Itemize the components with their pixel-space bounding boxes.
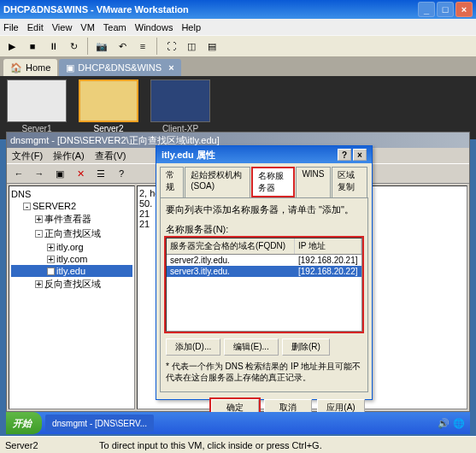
help-icon[interactable]: ? [113,165,130,182]
close-button[interactable]: × [353,149,367,161]
dns-tree: DNS -SERVER2 +事件查看器 -正向查找区域 +itly.org +i… [9,185,135,409]
cell-fqdn: server3.itly.edu. [167,266,295,277]
properties-dialog: itly.edu 属性 ? × 常规 起始授权机构(SOA) 名称服务器 WIN… [156,145,373,400]
name-server-table: 服务器完全合格的域名(FQDN) IP 地址 server2.itly.edu.… [166,238,362,332]
tab-wins[interactable]: WINS [296,167,330,197]
dialog-title: itly.edu 属性 [162,149,336,162]
cell-ip: [192.168.20.21] [295,255,361,266]
tree-server[interactable]: -SERVER2 [11,200,132,212]
dialog-panel: 要向列表中添加名称服务器，请单击 "添加"。 名称服务器(N): 服务器完全合格… [160,197,368,392]
menu-file[interactable]: File [3,22,19,32]
power-off-icon[interactable]: ■ [24,38,41,55]
thumbnail-preview [7,79,67,122]
tab-soa[interactable]: 起始授权机构(SOA) [185,167,250,197]
status-text: To direct input to this VM, click inside… [99,440,322,450]
tree-zone-itly-com[interactable]: +itly.com [11,253,132,265]
suspend-icon[interactable]: ⏸ [44,38,62,55]
close-button[interactable]: × [455,2,473,17]
manage-icon[interactable]: ≡ [134,38,151,55]
tab-name-servers[interactable]: 名称服务器 [251,167,296,197]
expand-icon[interactable]: + [47,244,55,251]
tab-home[interactable]: 🏠 Home [3,59,57,76]
table-header: 服务器完全合格的域名(FQDN) IP 地址 [167,238,361,255]
tab-dhcpdnswins[interactable]: ▣ DHCP&DNS&WINS × [59,59,180,76]
unity-icon[interactable]: ◫ [183,38,200,55]
collapse-icon[interactable]: - [35,230,43,238]
home-icon: 🏠 [10,62,22,74]
reset-icon[interactable]: ↻ [65,38,82,55]
maximize-button[interactable]: □ [437,2,454,17]
start-button[interactable]: 开始 [6,412,42,434]
sidebar-icon[interactable]: ▤ [203,38,220,55]
vmware-menubar: File Edit View VM Team Windows Help [0,19,476,35]
menu-view[interactable]: View [52,22,73,32]
tray-icon[interactable]: 🔊 [438,418,450,429]
tree-fwdzone[interactable]: -正向查找区域 [11,226,132,241]
menu-vm[interactable]: VM [80,22,95,32]
col-fqdn[interactable]: 服务器完全合格的域名(FQDN) [167,238,295,254]
table-row[interactable]: server3.itly.edu. [192.168.20.22] [167,266,361,277]
tab-general[interactable]: 常规 [160,167,184,197]
tree-zone-itly-edu[interactable]: +itly.edu [11,265,132,277]
tree-revzone[interactable]: +反向查找区域 [11,277,132,291]
system-tray: 🔊 🌐 [154,418,470,429]
expand-icon[interactable]: + [47,256,55,263]
thumbnail-preview [79,79,138,122]
add-button[interactable]: 添加(D)... [166,338,220,356]
col-ip[interactable]: IP 地址 [295,238,361,254]
expand-icon[interactable]: + [35,215,43,223]
list-label: 名称服务器(N): [166,223,362,236]
power-on-icon[interactable]: ▶ [3,38,21,55]
remove-button[interactable]: 删除(R) [282,338,330,356]
team-icon: ▣ [66,62,74,74]
menu-edit[interactable]: Edit [27,22,44,32]
delete-icon[interactable]: ✕ [72,165,89,182]
button-row: 添加(D)... 编辑(E)... 删除(R) [166,338,362,356]
revert-icon[interactable]: ↶ [114,38,131,55]
collapse-icon[interactable]: - [23,203,31,210]
thumbnail-preview [150,79,210,122]
vmware-toolbar: ▶ ■ ⏸ ↻ 📷 ↶ ≡ ⛶ ◫ ▤ [0,35,476,57]
tree-dns-root[interactable]: DNS [11,188,132,200]
server-label: Server2 [5,440,99,450]
vm-thumbnails: Server1 Server2 Client-XP [0,76,476,139]
vmware-tabbar: 🏠 Home ▣ DHCP&DNS&WINS × [0,57,476,76]
menu-help[interactable]: Help [181,22,201,32]
fullscreen-icon[interactable]: ⛶ [162,38,179,55]
forward-icon[interactable]: → [31,165,48,182]
menu-windows[interactable]: Windows [135,22,173,32]
back-icon[interactable]: ← [10,165,27,182]
table-row[interactable]: server2.itly.edu. [192.168.20.21] [167,255,361,266]
menu-view[interactable]: 查看(V) [95,150,126,162]
snapshot-icon[interactable]: 📷 [93,38,110,55]
tray-icon[interactable]: 🌐 [453,418,465,429]
menu-file[interactable]: 文件(F) [12,150,43,162]
thumb-server2[interactable]: Server2 [75,79,142,136]
help-button[interactable]: ? [338,149,351,161]
tab-label: Home [26,62,50,73]
thumb-clientxp[interactable]: Client-XP [147,79,214,136]
toolbar-sep [87,38,88,55]
tab-label: DHCP&DNS&WINS [78,62,162,73]
taskbar-item-dnsmgmt[interactable]: dnsmgmt - [DNS\SERV... [45,415,154,432]
menu-team[interactable]: Team [103,22,126,32]
tab-close-icon[interactable]: × [168,62,173,73]
cell-ip: [192.168.20.22] [295,266,361,277]
expand-icon[interactable]: + [35,280,43,288]
tree-eventviewer[interactable]: +事件查看器 [11,212,132,226]
properties-icon[interactable]: ☰ [92,165,109,182]
minimize-button[interactable]: _ [418,2,435,17]
tab-zone-transfer[interactable]: 区域复制 [332,167,368,197]
note-text: * 代表一个作为 DNS 检索结果的 IP 地址并且可能不代表在这台服务器上存储… [166,361,362,383]
thumb-server1[interactable]: Server1 [3,79,70,136]
vmware-statusbar: Server2 To direct input to this VM, clic… [0,436,476,453]
expand-icon[interactable]: + [47,268,55,275]
menu-action[interactable]: 操作(A) [53,150,85,162]
edit-button[interactable]: 编辑(E)... [224,338,279,356]
dialog-tabs: 常规 起始授权机构(SOA) 名称服务器 WINS 区域复制 [160,167,368,197]
dialog-titlebar: itly.edu 属性 ? × [156,146,372,163]
toolbar-sep [156,38,157,55]
windows-taskbar: 开始 dnsmgmt - [DNS\SERV... 🔊 🌐 [6,412,470,434]
tree-zone-itly-org[interactable]: +itly.org [11,241,132,253]
up-icon[interactable]: ▣ [51,165,68,182]
